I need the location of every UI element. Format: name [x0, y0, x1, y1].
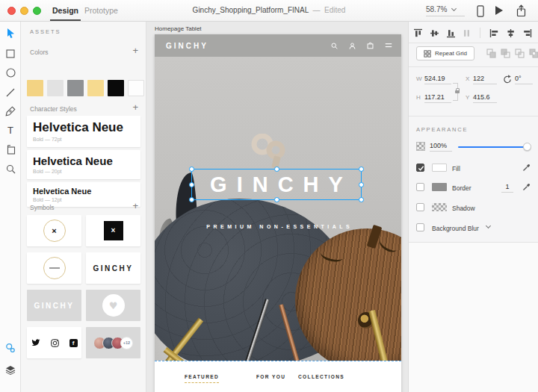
- character-style-card[interactable]: Helvetica Neue Bold — 20pt: [27, 150, 140, 179]
- align-left-icon[interactable]: [489, 28, 499, 38]
- design-site-header[interactable]: GINCHY: [155, 34, 401, 57]
- share-icon[interactable]: [516, 4, 527, 17]
- selection-handle[interactable]: [189, 182, 194, 187]
- bool-intersect-icon[interactable]: [515, 49, 525, 58]
- gold-circle: ×: [43, 220, 66, 242]
- device-preview-button[interactable]: [477, 5, 484, 17]
- bool-exclude-icon[interactable]: [529, 49, 538, 58]
- select-tool-icon[interactable]: [0, 25, 21, 41]
- selection-bounding-box[interactable]: [191, 169, 362, 200]
- avatar-group: +12: [93, 337, 133, 349]
- boolean-operations: [486, 49, 538, 58]
- bool-union-icon[interactable]: [486, 49, 496, 58]
- lock-aspect-icon[interactable]: [455, 89, 460, 93]
- hero-photo[interactable]: GINCHY PREMIUM NON-ESSENTIALS: [155, 57, 401, 361]
- assets-panel: ASSETS Colors + Character Styles + Helve…: [21, 22, 146, 392]
- border-eyedropper-icon[interactable]: [522, 182, 531, 191]
- align-separator: [480, 28, 480, 38]
- selection-handle[interactable]: [274, 197, 279, 202]
- height-field[interactable]: 117.21: [424, 93, 451, 103]
- background-blur-checkbox[interactable]: [416, 223, 424, 231]
- layers-panel-icon[interactable]: [0, 361, 21, 378]
- fill-checkbox[interactable]: [416, 164, 424, 172]
- character-style-card[interactable]: Helvetica Neue Bold — 72pt: [27, 116, 140, 147]
- selection-handle[interactable]: [359, 167, 364, 172]
- align-top-icon[interactable]: [413, 28, 423, 38]
- opacity-slider-handle[interactable]: [523, 143, 531, 151]
- color-swatch[interactable]: [47, 80, 64, 96]
- fullscreen-window-button[interactable]: [33, 7, 41, 15]
- nav-collections[interactable]: COLLECTIONS: [298, 374, 344, 379]
- fill-eyedropper-icon[interactable]: [522, 163, 531, 172]
- design-logo-text[interactable]: GINCHY: [166, 42, 208, 50]
- artboard-name[interactable]: Homepage Tablet: [155, 25, 202, 32]
- selection-handle[interactable]: [274, 167, 279, 172]
- align-middle-icon[interactable]: [430, 28, 439, 38]
- rotate-icon[interactable]: [503, 75, 512, 84]
- add-symbol-button[interactable]: +: [132, 202, 138, 210]
- repeat-grid-button[interactable]: Repeat Grid: [416, 46, 474, 60]
- opacity-field[interactable]: 100%: [430, 142, 452, 152]
- tab-prototype[interactable]: Prototype: [84, 6, 118, 15]
- play-icon[interactable]: [495, 4, 503, 15]
- align-right-icon[interactable]: [522, 28, 532, 38]
- symbol-button-circle[interactable]: [27, 252, 81, 284]
- symbol-social-icons[interactable]: f: [27, 327, 81, 358]
- design-nav-strip[interactable]: FEATURED FOR YOU COLLECTIONS: [155, 361, 401, 392]
- canvas-pasteboard[interactable]: Homepage Tablet GINCHY: [146, 22, 408, 392]
- artboard-tool-icon[interactable]: [0, 141, 21, 158]
- artboard-homepage-tablet[interactable]: GINCHY: [155, 34, 401, 392]
- symbol-close-light[interactable]: ×: [27, 215, 81, 246]
- selection-handle[interactable]: [359, 197, 364, 202]
- line-tool-icon[interactable]: [0, 84, 21, 101]
- shadow-checkbox[interactable]: [416, 203, 424, 211]
- symbol-close-dark[interactable]: ×: [86, 215, 140, 246]
- border-width-field[interactable]: 1: [501, 183, 513, 193]
- border-color-swatch[interactable]: [432, 183, 447, 191]
- selection-handle[interactable]: [189, 167, 194, 172]
- shadow-swatch[interactable]: [432, 203, 447, 211]
- y-field[interactable]: 415.6: [473, 93, 497, 103]
- color-swatch[interactable]: [67, 80, 84, 96]
- add-character-style-button[interactable]: +: [132, 104, 138, 111]
- fill-color-swatch[interactable]: [432, 164, 447, 172]
- width-field[interactable]: 524.19: [424, 75, 451, 84]
- align-center-icon[interactable]: [506, 28, 516, 38]
- opacity-slider[interactable]: [458, 146, 530, 148]
- character-style-name: Helvetica Neue: [27, 182, 140, 196]
- zoom-level-dropdown[interactable]: 58.7%: [426, 5, 465, 16]
- zoom-tool-icon[interactable]: [0, 161, 21, 177]
- symbol-avatars[interactable]: +12: [86, 327, 140, 358]
- heart-icon: ♥: [109, 301, 118, 311]
- symbol-heart-button[interactable]: ♥: [86, 290, 140, 321]
- windup-key-shape: [246, 134, 291, 171]
- text-tool-icon[interactable]: T: [0, 122, 21, 138]
- rectangle-tool-icon[interactable]: [0, 46, 21, 62]
- selection-handle[interactable]: [359, 182, 364, 187]
- color-swatch[interactable]: [108, 80, 124, 96]
- align-bottom-icon[interactable]: [446, 28, 456, 38]
- selection-handle[interactable]: [189, 197, 194, 202]
- pen-tool-icon[interactable]: [0, 103, 21, 119]
- color-swatch[interactable]: [128, 80, 144, 96]
- symbol-logo-light[interactable]: GINCHY: [27, 290, 81, 321]
- close-window-button[interactable]: [7, 7, 16, 15]
- hero-subtitle-text[interactable]: PREMIUM NON-ESSENTIALS: [155, 224, 401, 229]
- inspector-panel: Repeat Grid W 524.19 X 122 0° H 117.21 Y…: [408, 22, 538, 392]
- x-field[interactable]: 122: [473, 75, 497, 84]
- bool-subtract-icon[interactable]: [501, 49, 510, 58]
- color-swatch[interactable]: [27, 80, 43, 96]
- assets-panel-icon[interactable]: [0, 340, 21, 356]
- rotation-field[interactable]: 0°: [515, 75, 533, 84]
- nav-for-you[interactable]: FOR YOU: [256, 374, 285, 379]
- border-checkbox[interactable]: [416, 183, 424, 191]
- distribute-horizontal-icon[interactable]: [463, 28, 471, 38]
- add-color-button[interactable]: +: [132, 47, 138, 55]
- ellipse-tool-icon[interactable]: [0, 64, 21, 81]
- symbol-logo-dark[interactable]: GINCHY: [86, 252, 140, 284]
- tab-design[interactable]: Design: [52, 6, 78, 15]
- chevron-down-icon[interactable]: [486, 223, 491, 228]
- color-swatch[interactable]: [87, 80, 104, 96]
- minimize-window-button[interactable]: [20, 7, 28, 15]
- nav-featured[interactable]: FEATURED: [185, 374, 219, 383]
